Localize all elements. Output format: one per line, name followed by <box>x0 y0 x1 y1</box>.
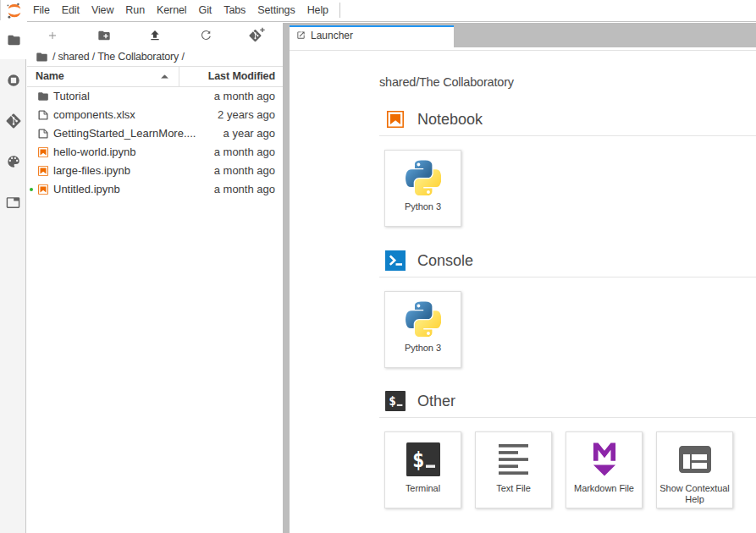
sidebar-tab-open-tabs[interactable] <box>0 183 26 222</box>
file-name: Tutorial <box>53 90 90 102</box>
file-file-icon <box>37 109 49 121</box>
section-divider <box>379 135 756 136</box>
file-name: hello-world.ipynb <box>53 146 136 158</box>
upload-icon <box>148 29 162 42</box>
sidebar-tab-file-browser[interactable] <box>0 20 27 59</box>
tab-launcher[interactable]: Launcher <box>290 25 454 47</box>
tabs-icon <box>6 195 20 210</box>
file-name: components.xlsx <box>53 108 135 121</box>
file-row-large-files.ipynb[interactable]: large-files.ipynba month ago <box>27 162 283 180</box>
terminal-icon <box>406 442 440 476</box>
sidebar-tab-running-sessions[interactable] <box>0 61 26 100</box>
file-browser-toolbar <box>27 23 283 47</box>
file-row-GettingStarted_LearnMore....[interactable]: GettingStarted_LearnMore....a year ago <box>27 124 283 143</box>
breadcrumb[interactable]: / shared / The Collaboratory / <box>27 47 283 67</box>
dock-tab-bar: Launcher <box>290 23 756 47</box>
file-browser-panel: / shared / The Collaboratory / Name Last… <box>27 23 283 533</box>
menu-item-view[interactable]: View <box>86 0 119 21</box>
card-row: Python 3 <box>384 291 475 368</box>
card-icon <box>566 442 642 477</box>
launcher-tab-icon <box>296 30 306 40</box>
menu-bar: FileEditViewRunKernelGitTabsSettingsHelp <box>0 0 756 22</box>
launcher-card-python-3[interactable]: Python 3 <box>384 291 461 368</box>
menu-item-file[interactable]: File <box>27 0 56 21</box>
file-row-Untitled.ipynb[interactable]: Untitled.ipynba month ago <box>27 180 283 199</box>
file-file-icon <box>37 128 49 140</box>
card-icon <box>385 160 461 195</box>
file-name: large-files.ipynb <box>53 164 130 177</box>
git-clone-icon <box>249 27 265 43</box>
menu-item-help[interactable]: Help <box>301 0 334 21</box>
file-row-Tutorial[interactable]: Tutoriala month ago <box>27 87 283 106</box>
column-header-modified[interactable]: Last Modified <box>208 70 275 82</box>
folder-file-icon <box>37 91 49 102</box>
card-icon <box>385 301 461 337</box>
menu-item-kernel[interactable]: Kernel <box>151 0 193 21</box>
menu-item-settings[interactable]: Settings <box>251 0 301 21</box>
section-divider <box>379 277 756 277</box>
toolbar-git-clone-button[interactable] <box>232 23 283 47</box>
sort-ascending-icon[interactable] <box>161 74 168 79</box>
notebook-file-icon <box>37 146 49 158</box>
launcher-card-markdown-file[interactable]: Markdown File <box>566 431 643 508</box>
menu-separator <box>339 3 340 18</box>
plus-icon <box>47 30 58 41</box>
breadcrumb-folder-icon[interactable] <box>36 51 48 63</box>
card-label: Show Contextual Help <box>657 483 732 505</box>
file-modified: a month ago <box>214 90 275 102</box>
launcher-card-python-3[interactable]: Python 3 <box>384 150 461 227</box>
file-name: Untitled.ipynb <box>53 183 120 195</box>
card-label: Terminal <box>385 483 461 494</box>
breadcrumb-path[interactable]: / shared / The Collaboratory / <box>52 51 185 63</box>
launcher-card-text-file[interactable]: Text File <box>475 431 552 508</box>
terminal-section-icon <box>385 391 406 411</box>
folder-icon <box>7 33 21 47</box>
file-name: GettingStarted_LearnMore.... <box>53 127 196 140</box>
refresh-icon <box>200 29 212 41</box>
card-label: Python 3 <box>385 201 461 212</box>
menu-item-git[interactable]: Git <box>193 0 218 21</box>
sidebar-tab-git[interactable] <box>0 102 26 140</box>
card-icon <box>385 442 461 477</box>
card-icon <box>476 442 551 477</box>
toolbar-upload-button[interactable] <box>130 23 180 47</box>
file-row-hello-world.ipynb[interactable]: hello-world.ipynba month ago <box>27 143 283 162</box>
section-header: Other <box>385 391 455 411</box>
menu-items: FileEditViewRunKernelGitTabsSettingsHelp <box>27 0 334 21</box>
toolbar-refresh-button[interactable] <box>180 23 231 47</box>
section-divider <box>379 417 756 418</box>
card-icon <box>657 442 732 477</box>
notebook-file-icon <box>37 165 49 177</box>
toolbar-new-folder-button[interactable] <box>78 23 129 47</box>
python-icon <box>406 301 441 337</box>
file-modified: a month ago <box>214 183 275 195</box>
file-modified: a year ago <box>223 127 275 140</box>
menu-item-tabs[interactable]: Tabs <box>218 0 251 21</box>
file-list: Tutoriala month agocomponents.xlsx2 year… <box>27 87 283 199</box>
launcher-card-terminal[interactable]: Terminal <box>384 431 461 508</box>
python-icon <box>406 160 441 195</box>
git-icon <box>6 113 21 129</box>
section-header: Console <box>385 250 473 271</box>
card-label: Text File <box>476 483 551 494</box>
section-header: Notebook <box>385 109 483 129</box>
new-folder-icon <box>97 29 111 42</box>
card-label: Python 3 <box>385 343 461 354</box>
launcher-card-show-contextual-help[interactable]: Show Contextual Help <box>656 431 733 508</box>
activity-bar <box>0 23 26 533</box>
column-header-name[interactable]: Name <box>36 70 64 82</box>
menu-item-edit[interactable]: Edit <box>56 0 86 21</box>
section-title: Notebook <box>417 111 483 129</box>
menu-item-run[interactable]: Run <box>119 0 151 21</box>
panel-splitter[interactable] <box>283 23 290 533</box>
section-title: Console <box>417 252 473 270</box>
jupyter-logo-icon <box>5 2 24 20</box>
toolbar-new-launcher-button[interactable] <box>27 23 78 47</box>
text-file-icon <box>499 444 528 475</box>
launcher-panel: shared/The Collaboratory NotebookPython … <box>290 51 756 533</box>
file-row-components.xlsx[interactable]: components.xlsx2 years ago <box>27 106 283 124</box>
running-icon <box>6 73 21 88</box>
file-modified: 2 years ago <box>218 108 275 121</box>
sidebar-tab-command-palette[interactable] <box>0 142 26 181</box>
console-section-icon <box>385 250 406 271</box>
